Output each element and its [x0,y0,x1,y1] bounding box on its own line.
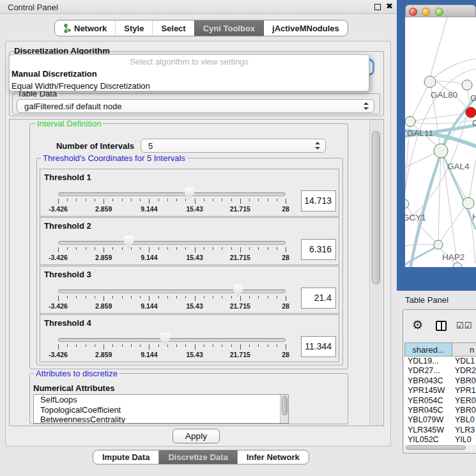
network-icon [63,24,71,33]
threshold-4-slider-thumb[interactable] [160,333,170,346]
tab-discretize-data[interactable]: Discretize Data [158,450,236,464]
cell-name[interactable]: YDR2 [452,366,476,376]
network-node[interactable] [466,107,476,118]
network-node[interactable] [434,144,448,158]
network-edge-highlighted [411,157,440,267]
table-horizontal-scrollbar[interactable] [404,445,476,450]
attribute-item-selfloops[interactable]: SelfLoops [34,395,288,405]
tab-impute-data-label: Impute Data [102,452,150,462]
table-row[interactable]: YPR145WYPR1 [404,386,476,395]
column-header-shared-name[interactable]: shared... [404,342,452,357]
cell-name[interactable]: YPR1 [452,386,476,395]
tab-select[interactable]: Select [152,20,194,36]
network-window-titlebar[interactable] [405,4,476,17]
cell-name[interactable]: YBL0 [452,415,475,425]
scrollbar-thumb[interactable] [372,131,380,284]
tab-style-label: Style [124,24,144,33]
slider-tick-labels: -3.4262.8599.14415.4321.71528 [58,254,286,261]
cell-shared-name[interactable]: YBR045C [404,406,452,415]
close-icon[interactable]: ✖ [386,1,393,11]
cell-shared-name[interactable]: YBR043C [404,376,452,386]
cell-shared-name[interactable]: YIL052C [404,435,452,445]
popup-option-equal-width-frequency[interactable]: Equal Width/Frequency Discretization [10,80,369,92]
threshold-2-row: Threshold 2-3.4262.8599.14415.4321.71528… [40,217,339,265]
tab-style[interactable]: Style [115,20,152,36]
cell-shared-name[interactable]: YER054C [404,396,452,406]
settings-scrollbar[interactable] [369,119,382,426]
cell-name[interactable]: YDL1 [452,357,475,366]
cell-shared-name[interactable]: YLR345W [404,426,452,435]
tab-impute-data[interactable]: Impute Data [93,450,158,464]
threshold-3-slider[interactable] [58,289,286,293]
network-node[interactable] [405,116,415,127]
gear-icon[interactable]: ⚙ [412,319,423,331]
table-row[interactable]: YBL079WYBL0 [404,415,476,425]
network-canvas[interactable]: GAL80GACGAL11GAL4GCY1HHAP2 [405,17,476,267]
attribute-item-betweennesscentrality[interactable]: BetweennessCentrality [34,415,288,424]
network-node[interactable] [462,80,472,90]
combo-stepper-icon [364,102,369,110]
cell-name[interactable]: YIL0 [452,435,472,445]
tab-cyni-toolbox[interactable]: Cyni Toolbox [194,20,263,36]
table-row[interactable]: YER054CYER0 [404,396,476,406]
tab-network[interactable]: Network [55,20,115,36]
checkbox-icons[interactable]: ☑☑ [456,321,472,330]
mac-zoom-button[interactable] [435,8,443,16]
network-node[interactable] [434,240,443,249]
tab-select-label: Select [161,24,185,33]
cell-shared-name[interactable]: YDR27... [404,366,452,376]
tab-jactivemnodules[interactable]: jActiveMNodules [263,20,348,36]
scrollbar-thumb[interactable] [282,396,288,415]
cell-shared-name[interactable]: YPR145W [404,386,452,395]
table-row[interactable]: YDL19...YDL1 [404,357,476,366]
network-node[interactable] [405,199,409,208]
threshold-1-slider-thumb[interactable] [185,187,194,200]
network-edge [431,17,447,76]
number-of-intervals-select[interactable]: 5 [141,139,326,153]
tab-infer-network[interactable]: Infer Network [237,450,309,464]
threshold-4-row: Threshold 4-3.4262.8599.14415.4321.71528… [40,314,339,362]
cell-name[interactable]: YBR0 [452,406,476,415]
attribute-item-topologicalcoefficient[interactable]: TopologicalCoefficient [34,405,288,415]
column-header-name[interactable]: n [452,342,476,357]
threshold-2-slider-thumb[interactable] [124,236,134,249]
network-edge [405,244,433,246]
mac-minimize-button[interactable] [422,8,430,16]
table-row[interactable]: YLR345WYLR3 [404,426,476,435]
node-label-ga: GA [470,93,476,103]
table-row[interactable]: YBR043CYBR0 [404,376,476,386]
threshold-2-slider[interactable] [58,241,286,245]
threshold-2-value[interactable]: 6.316 [301,239,336,260]
scrollbar-thumb[interactable] [406,445,466,450]
slider-tick-labels: -3.4262.8599.14415.4321.71528 [58,351,286,358]
mac-close-button[interactable] [409,8,417,16]
columns-icon[interactable] [436,321,447,331]
attributes-group-label: Attributes to discretize [34,369,119,378]
attributes-list-scrollbar[interactable] [280,395,288,423]
slider-tick-marks [58,199,286,204]
apply-button[interactable]: Apply [173,429,220,443]
threshold-3-slider-thumb[interactable] [233,284,243,297]
threshold-1-slider[interactable] [58,192,286,196]
slider-tick-marks [58,344,286,350]
cell-name[interactable]: YER0 [452,396,476,406]
threshold-4-slider[interactable] [58,338,286,342]
node-label-gcy1: GCY1 [405,213,426,222]
cell-name[interactable]: YBR0 [452,376,476,386]
table-row[interactable]: YBR045CYBR0 [404,406,476,415]
float-window-icon[interactable] [374,4,381,10]
table-row[interactable]: YDR27...YDR2 [404,366,476,376]
network-node[interactable] [463,197,474,209]
popup-option-manual-discretization[interactable]: Manual Discretization [10,68,369,80]
network-node[interactable] [424,76,436,88]
cell-name[interactable]: YLR3 [452,426,475,435]
threshold-1-value[interactable]: 14.713 [301,190,336,211]
cell-shared-name[interactable]: YDL19... [404,357,452,366]
threshold-3-label: Threshold 3 [44,270,91,279]
threshold-3-value[interactable]: 21.4 [301,288,336,309]
cell-shared-name[interactable]: YBL079W [404,415,452,425]
network-edge [470,160,476,198]
table-data-select[interactable]: galFiltered.sif default node [17,99,374,113]
table-row[interactable]: YIL052CYIL0 [404,435,476,445]
threshold-4-value[interactable]: 11.344 [301,336,336,357]
